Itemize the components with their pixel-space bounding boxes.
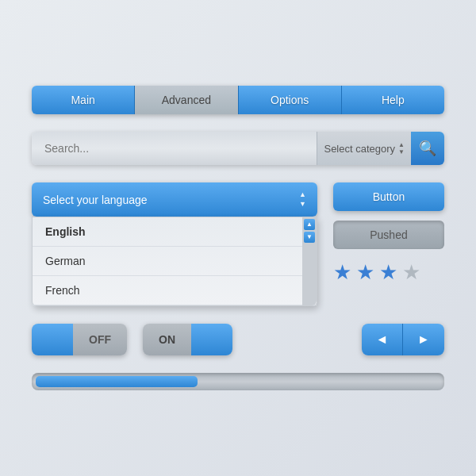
dropdown-section: Select your language ▲ ▼ English German … (32, 182, 317, 306)
arrow-navigation: ◄ ► (362, 324, 444, 355)
search-category[interactable]: Select category ▲ ▼ (317, 132, 411, 165)
arrow-left-button[interactable]: ◄ (362, 324, 403, 355)
search-button[interactable]: 🔍 (411, 132, 444, 165)
main-container: Main Advanced Options Help Select catego… (32, 86, 444, 390)
tab-options[interactable]: Options (239, 86, 342, 114)
scrollbar-up-button[interactable]: ▲ (304, 219, 315, 230)
progress-bar-container (32, 373, 444, 390)
dropdown-item-english[interactable]: English (33, 217, 317, 247)
search-icon: 🔍 (419, 140, 436, 157)
tab-main[interactable]: Main (32, 86, 135, 114)
tab-advanced[interactable]: Advanced (135, 86, 238, 114)
star-4[interactable]: ★ (402, 262, 420, 282)
blue-button[interactable]: Button (333, 182, 444, 211)
tab-navigation: Main Advanced Options Help (32, 86, 444, 114)
progress-fill (36, 376, 198, 387)
dropdown-item-german[interactable]: German (33, 247, 317, 276)
search-category-label: Select category (324, 143, 395, 155)
pushed-button[interactable]: Pushed (333, 221, 444, 249)
star-1[interactable]: ★ (333, 262, 351, 282)
toggle-on-label: ON (143, 324, 191, 355)
toggle-on-blue-side (191, 324, 232, 355)
search-arrows: ▲ ▼ (398, 142, 405, 155)
scrollbar-down-button[interactable]: ▼ (304, 232, 315, 243)
toggle-row: OFF ON ◄ ► (32, 324, 444, 355)
chevron-right-icon: ► (417, 332, 430, 347)
toggle-on[interactable]: ON (143, 324, 232, 355)
tab-help[interactable]: Help (342, 86, 444, 114)
arrow-right-button[interactable]: ► (403, 324, 444, 355)
language-dropdown-header[interactable]: Select your language ▲ ▼ (32, 182, 317, 217)
toggle-off-label: OFF (73, 324, 127, 355)
toggle-off[interactable]: OFF (32, 324, 127, 355)
dropdown-item-french[interactable]: French (33, 276, 317, 305)
star-2[interactable]: ★ (356, 262, 374, 282)
star-rating[interactable]: ★ ★ ★ ★ (333, 262, 444, 282)
star-3[interactable]: ★ (379, 262, 397, 282)
dropdown-scrollbar: ▲ ▼ (302, 217, 317, 305)
dropdown-list: English German French ▲ ▼ (32, 217, 317, 306)
search-input[interactable] (32, 132, 317, 165)
dropdown-arrows-icon: ▲ ▼ (299, 190, 306, 209)
toggle-off-blue-side (32, 324, 73, 355)
right-buttons: Button Pushed ★ ★ ★ ★ (333, 182, 444, 282)
chevron-left-icon: ◄ (376, 332, 389, 347)
dropdown-header-label: Select your language (43, 194, 148, 206)
search-bar: Select category ▲ ▼ 🔍 (32, 132, 444, 165)
row-3: Select your language ▲ ▼ English German … (32, 182, 444, 306)
